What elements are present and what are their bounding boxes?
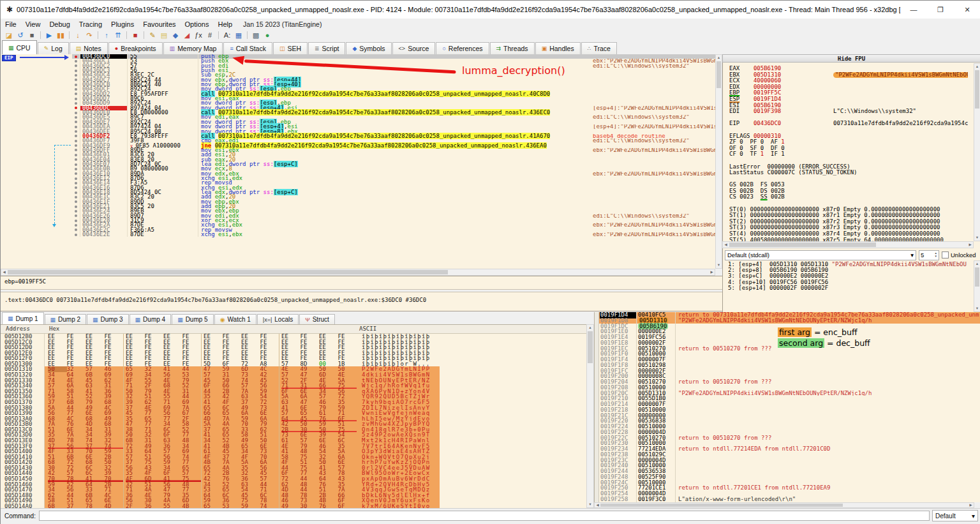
- dump-tab-dump-5[interactable]: ▦Dump 5: [172, 314, 214, 324]
- row-dot[interactable]: [72, 176, 80, 181]
- menu-file[interactable]: File: [1, 20, 21, 28]
- checkbox-box[interactable]: [942, 251, 949, 258]
- scroll-up-icon[interactable]: ▲: [716, 55, 722, 61]
- graph-icon[interactable]: ▦: [233, 30, 244, 40]
- unlocked-checkbox[interactable]: Unlocked: [942, 251, 976, 258]
- row-dot[interactable]: [72, 130, 80, 134]
- tab-trace[interactable]: ∴Trace: [581, 42, 617, 54]
- menu-debug[interactable]: Debug: [45, 20, 74, 28]
- tab-threads[interactable]: ⇉Threads: [490, 42, 535, 54]
- assemble-icon[interactable]: ƒx: [193, 30, 204, 40]
- scroll-down-icon[interactable]: ▼: [974, 306, 980, 311]
- scrollbar-thumb[interactable]: [975, 267, 979, 287]
- row-dot[interactable]: [72, 232, 80, 237]
- menu-favourites[interactable]: Favourites: [138, 20, 180, 28]
- open-file-icon[interactable]: ◪: [3, 30, 15, 40]
- row-dot[interactable]: [72, 87, 80, 91]
- disasm-row[interactable]: 00436E2E87DExchg esi,ebxebx:"P2WFe2ADGYm…: [1, 232, 715, 237]
- row-dot[interactable]: [72, 68, 80, 73]
- scrollbar-thumb[interactable]: [975, 70, 979, 109]
- row-dot[interactable]: [72, 162, 80, 167]
- tab-notes[interactable]: ▤Notes: [70, 42, 108, 54]
- row-dot[interactable]: [72, 181, 80, 185]
- row-dot[interactable]: [72, 228, 80, 232]
- scroll-up-icon[interactable]: ▲: [587, 325, 593, 331]
- scrollbar-thumb[interactable]: [8, 270, 448, 274]
- row-dot[interactable]: [72, 64, 80, 68]
- tab-handles[interactable]: ▣Handles: [535, 42, 581, 54]
- scroll-right-icon[interactable]: ▶: [967, 242, 973, 248]
- dump-tab-watch-1[interactable]: ◉Watch 1: [214, 314, 256, 324]
- tab-memory-map[interactable]: ▥Memory Map: [163, 42, 223, 54]
- comment-icon[interactable]: ▤: [158, 30, 170, 40]
- menu-tracing[interactable]: Tracing: [75, 20, 107, 28]
- tab-cpu[interactable]: ▦CPU: [2, 40, 37, 54]
- row-dot[interactable]: [72, 92, 80, 96]
- tab-references[interactable]: ○References: [436, 42, 489, 54]
- row-dot[interactable]: [72, 190, 80, 195]
- scrollbar-thumb[interactable]: [716, 61, 721, 88]
- calculator-icon[interactable]: ▩: [250, 30, 262, 40]
- scroll-down-icon[interactable]: ▼: [974, 235, 980, 241]
- hex-dump-pane[interactable]: Address Hex ASCII 005D12B0EEFEEEFEEEFEEE…: [1, 324, 586, 508]
- step-over-icon[interactable]: ↷: [84, 30, 95, 40]
- dump-tab-dump-1[interactable]: ▦Dump 1: [2, 312, 44, 324]
- row-dot[interactable]: [72, 204, 80, 209]
- scroll-right-icon[interactable]: ▶: [968, 502, 974, 508]
- stop-icon[interactable]: ■: [26, 30, 38, 40]
- scroll-down-icon[interactable]: ▼: [716, 262, 722, 268]
- command-input[interactable]: [39, 511, 930, 521]
- scroll-down-icon[interactable]: ▼: [587, 502, 593, 507]
- row-dot[interactable]: [72, 78, 80, 82]
- execute-till-return-icon[interactable]: ↑: [101, 30, 112, 40]
- dump-row[interactable]: 005D14A06B37784D2F36554B655359744930766F…: [1, 504, 586, 508]
- row-dot[interactable]: [72, 110, 80, 115]
- row-dot[interactable]: [72, 101, 80, 105]
- run-icon[interactable]: ▶: [43, 30, 55, 40]
- dump-tab-struct[interactable]: ΨStruct: [299, 314, 335, 324]
- row-dot[interactable]: [72, 59, 80, 63]
- calling-convention-select[interactable]: Default (stdcall) ▾: [725, 250, 916, 260]
- close-button[interactable]: ✕: [954, 1, 980, 19]
- row-dot[interactable]: [72, 120, 80, 124]
- row-dot[interactable]: [72, 167, 80, 171]
- patch-icon[interactable]: ✎: [147, 30, 158, 40]
- scroll-up-icon[interactable]: ▲: [974, 261, 980, 267]
- registers-horizontal-scrollbar[interactable]: ◀ ▶: [722, 241, 974, 248]
- disasm-horizontal-scrollbar[interactable]: ◀ ▶: [1, 269, 715, 276]
- hide-fpu-button[interactable]: Hide FPU: [722, 54, 980, 63]
- scroll-up-icon[interactable]: ▲: [974, 64, 980, 70]
- scroll-right-icon[interactable]: ▶: [709, 269, 715, 275]
- tab-seh[interactable]: ◫SEH: [273, 42, 308, 54]
- dump-tab-dump-3[interactable]: ▦Dump 3: [87, 314, 129, 324]
- menu-plugins[interactable]: Plugins: [107, 20, 138, 28]
- dump-tab-locals[interactable]: |x=|Locals: [257, 314, 299, 324]
- scroll-left-icon[interactable]: ◀: [723, 242, 729, 248]
- row-dot[interactable]: [72, 172, 80, 176]
- scrollbar-thumb[interactable]: [588, 331, 593, 363]
- disasm-vertical-scrollbar[interactable]: ▲ ▼: [715, 54, 722, 269]
- stack-row[interactable]: 0019F2580019F3C0L"ation/x-www-form-urlen…: [595, 497, 980, 502]
- goto-icon[interactable]: #: [204, 30, 216, 40]
- scroll-left-icon[interactable]: ◀: [595, 502, 600, 508]
- minimize-button[interactable]: —: [900, 1, 927, 19]
- row-dot[interactable]: [72, 134, 80, 138]
- tab-script[interactable]: ≣Script: [308, 42, 345, 54]
- dump-tab-dump-2[interactable]: ▦Dump 2: [45, 314, 87, 324]
- row-dot[interactable]: [72, 186, 80, 190]
- tab-breakpoints[interactable]: ●Breakpoints: [108, 42, 163, 54]
- tab-symbols[interactable]: ◆Symbols: [346, 42, 391, 54]
- row-dot[interactable]: [72, 115, 80, 119]
- menu-view[interactable]: View: [21, 20, 45, 28]
- row-dot[interactable]: [72, 218, 80, 223]
- breakpoint-dot[interactable]: [72, 106, 80, 110]
- tab-log[interactable]: ✎Log: [38, 42, 69, 54]
- row-dot[interactable]: [72, 195, 80, 199]
- row-dot[interactable]: [72, 96, 80, 101]
- argument-line[interactable]: 5: [esp+14] 0000002F 0000002F: [728, 285, 968, 291]
- scroll-left-icon[interactable]: ◀: [1, 269, 7, 275]
- row-dot[interactable]: [72, 144, 80, 148]
- tab-source[interactable]: <>Source: [392, 42, 436, 54]
- row-dot[interactable]: [72, 138, 80, 143]
- dump-vertical-scrollbar[interactable]: ▲ ▼: [586, 324, 594, 508]
